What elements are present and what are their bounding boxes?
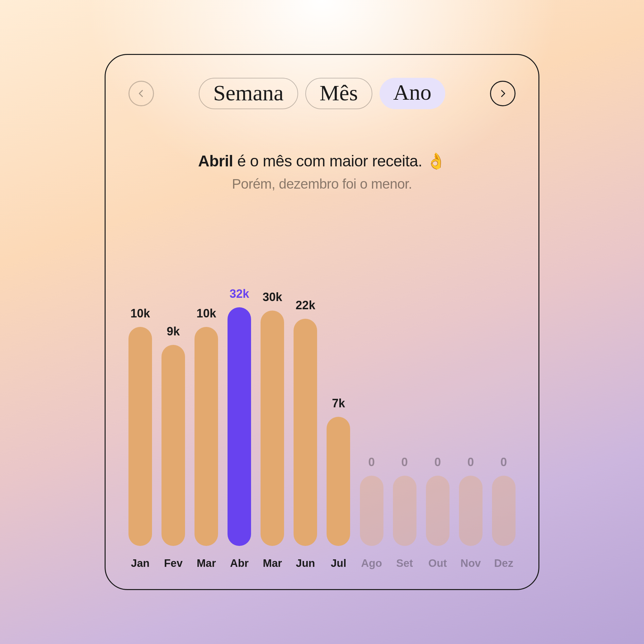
x-axis-label: Mar — [195, 557, 218, 569]
x-axis-label: Fev — [161, 557, 185, 569]
x-axis-label: Dez — [492, 557, 516, 569]
bar-value-label: 0 — [500, 455, 507, 469]
bar-value-label: 0 — [368, 455, 375, 469]
bar — [393, 476, 416, 546]
bar-col[interactable]: 10k — [128, 307, 152, 546]
insight-block: Abril é o mês com maior receita. 👌 Porém… — [128, 152, 516, 192]
bar — [228, 307, 251, 546]
x-axis-label: Set — [393, 557, 416, 569]
x-axis: JanFevMarAbrMarJunJulAgoSetOutNovDez — [128, 557, 516, 569]
bar — [294, 319, 317, 546]
bar-col[interactable]: 0 — [360, 455, 383, 546]
x-axis-label: Abr — [228, 557, 251, 569]
bar-value-label: 9k — [167, 325, 180, 338]
bar-col[interactable]: 32k — [228, 287, 251, 546]
x-axis-label: Nov — [459, 557, 483, 569]
insight-highlight: Abril — [198, 152, 233, 170]
x-axis-label: Ago — [360, 557, 383, 569]
x-axis-label: Out — [426, 557, 449, 569]
bar-value-label: 10k — [130, 307, 150, 320]
period-tabs: Semana Mês Ano — [199, 78, 445, 109]
bar-value-label: 22k — [296, 298, 315, 312]
insight-subtitle: Porém, dezembro foi o menor. — [128, 176, 516, 192]
bar-value-label: 10k — [196, 307, 216, 320]
bar — [161, 345, 185, 546]
x-axis-label: Jan — [128, 557, 152, 569]
prev-button[interactable] — [128, 81, 154, 106]
bar-col[interactable]: 30k — [261, 290, 284, 546]
next-button[interactable] — [490, 81, 516, 106]
bar-col[interactable]: 0 — [459, 455, 483, 546]
bar — [195, 327, 218, 546]
bar — [459, 476, 483, 546]
bar — [492, 476, 516, 546]
bars-container: 10k9k10k32k30k22k7k00000 — [128, 247, 516, 546]
bar-col[interactable]: 9k — [161, 325, 185, 546]
bar — [360, 476, 383, 546]
bar — [426, 476, 449, 546]
bar-col[interactable]: 7k — [327, 397, 350, 546]
bar-col[interactable]: 0 — [492, 455, 516, 546]
revenue-chart: 10k9k10k32k30k22k7k00000 JanFevMarAbrMar… — [128, 247, 516, 569]
bar — [128, 327, 152, 546]
tab-week[interactable]: Semana — [199, 78, 298, 109]
bar-col[interactable]: 0 — [426, 455, 449, 546]
bar-col[interactable]: 22k — [294, 298, 317, 546]
card-header: Semana Mês Ano — [128, 78, 516, 109]
insight-title-rest: é o mês com maior receita. 👌 — [233, 152, 446, 170]
bar-value-label: 32k — [229, 287, 249, 301]
chevron-left-icon — [137, 89, 146, 98]
bar-value-label: 7k — [332, 397, 345, 410]
tab-year[interactable]: Ano — [380, 78, 445, 109]
x-axis-label: Jul — [327, 557, 350, 569]
tab-month[interactable]: Mês — [305, 78, 372, 109]
chart-card: Semana Mês Ano Abril é o mês com maior r… — [105, 54, 539, 590]
bar-col[interactable]: 10k — [195, 307, 218, 546]
insight-title: Abril é o mês com maior receita. 👌 — [128, 152, 516, 170]
bar — [261, 311, 284, 546]
chevron-right-icon — [498, 89, 507, 98]
bar-value-label: 0 — [467, 455, 474, 469]
x-axis-label: Jun — [294, 557, 317, 569]
bar-value-label: 30k — [263, 290, 282, 304]
bar-value-label: 0 — [434, 455, 441, 469]
bar-value-label: 0 — [401, 455, 408, 469]
bar — [327, 417, 350, 546]
bar-col[interactable]: 0 — [393, 455, 416, 546]
x-axis-label: Mar — [261, 557, 284, 569]
